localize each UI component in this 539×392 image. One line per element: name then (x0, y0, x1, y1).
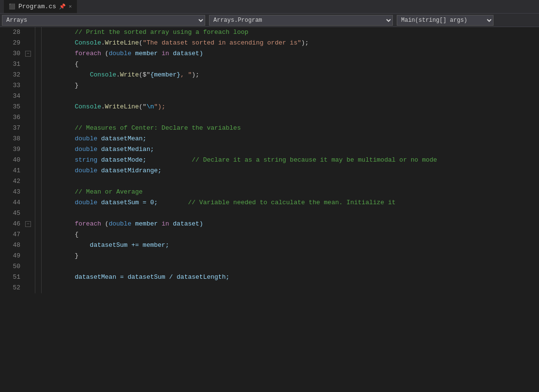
table-row: 36 (0, 112, 539, 123)
collapse-placeholder (24, 80, 32, 91)
code-token: ( (101, 220, 109, 227)
guide-line-1 (35, 155, 35, 166)
code-token: Console (75, 39, 101, 46)
collapse-placeholder (24, 102, 32, 112)
code-token (45, 188, 75, 196)
line-number: 35 (0, 102, 24, 112)
code-token (45, 167, 75, 174)
guide-line-1 (35, 166, 35, 176)
table-row: 37 // Measures of Center: Declare the va… (0, 123, 539, 134)
line-number: 29 (0, 38, 24, 48)
table-row: 51 datasetMean = datasetSum / datasetLen… (0, 272, 539, 283)
guide-line-2 (41, 283, 42, 293)
code-line: foreach (double member in dataset) (45, 219, 539, 229)
guide-line-1 (35, 102, 35, 112)
collapse-placeholder (24, 176, 32, 187)
code-line (45, 91, 539, 102)
code-line (45, 208, 539, 219)
table-row: 31 { (0, 59, 539, 70)
table-row: 38 double datasetMean; (0, 134, 539, 144)
guide-line-1 (35, 123, 35, 134)
collapse-button[interactable]: − (24, 48, 32, 59)
code-token (45, 220, 75, 227)
code-token: datasetSum += member; (45, 241, 169, 249)
code-line (45, 261, 539, 272)
collapse-placeholder (24, 134, 32, 144)
line-number: 48 (0, 240, 24, 251)
code-token: WriteLine (105, 39, 139, 46)
code-token: ( (139, 39, 143, 46)
guide-line-2 (41, 144, 42, 155)
code-token: // Print the sorted array using a foreac… (75, 29, 248, 36)
guide-line-2 (41, 59, 42, 70)
line-number: 36 (0, 112, 24, 123)
guide-line-2 (41, 102, 42, 112)
code-line: } (45, 251, 539, 261)
code-line: } (45, 80, 539, 91)
code-token: "The dataset sorted in ascending order i… (143, 39, 301, 46)
guide-line-2 (41, 134, 42, 144)
file-tab[interactable]: ⬛ Program.cs 📌 × (4, 0, 77, 13)
guide-line-1 (35, 134, 35, 144)
code-token: double (75, 135, 97, 142)
guide-line-1 (35, 187, 35, 197)
guide-line-1 (35, 48, 35, 59)
scope-dropdown[interactable]: Arrays (2, 15, 205, 26)
line-number: 49 (0, 251, 24, 261)
collapse-placeholder (24, 283, 32, 293)
tab-pin-icon[interactable]: 📌 (59, 3, 66, 10)
line-number: 37 (0, 123, 24, 134)
class-dropdown[interactable]: Arrays.Program (209, 15, 393, 26)
guide-line-2 (41, 91, 42, 102)
code-line (45, 112, 539, 123)
guide-line-2 (41, 197, 42, 208)
guide-line-2 (41, 251, 42, 261)
guide-line-2 (41, 219, 42, 229)
member-dropdown[interactable]: Main(string[] args) (397, 15, 494, 26)
guide-line-2 (41, 176, 42, 187)
table-row: 28 // Print the sorted array using a for… (0, 27, 539, 38)
collapse-placeholder (24, 261, 32, 272)
code-line: // Measures of Center: Declare the varia… (45, 123, 539, 134)
code-token: datasetMean = datasetSum / datasetLength… (45, 273, 229, 281)
tab-close-icon[interactable]: × (69, 4, 72, 10)
guide-line-1 (35, 229, 35, 240)
guide-line-1 (35, 240, 35, 251)
collapse-button[interactable]: − (24, 219, 32, 229)
code-token: // Declare it as a string because it may… (192, 156, 437, 164)
code-token: member (131, 50, 161, 57)
table-row: 48 datasetSum += member; (0, 240, 539, 251)
collapse-placeholder (24, 144, 32, 155)
code-token: datasetMedian; (97, 146, 154, 153)
table-row: 45 (0, 208, 539, 219)
code-line: { (45, 229, 539, 240)
table-row: 40 string datasetMode; // Declare it as … (0, 155, 539, 166)
code-token: WriteLine (105, 103, 139, 110)
line-number: 31 (0, 59, 24, 70)
code-line: double datasetSum = 0; // Variable neede… (45, 197, 539, 208)
line-number: 34 (0, 91, 24, 102)
collapse-placeholder (24, 112, 32, 123)
guide-line-1 (35, 144, 35, 155)
code-token: ); (192, 71, 199, 78)
table-row: 41 double datasetMidrange; (0, 166, 539, 176)
code-line: // Print the sorted array using a foreac… (45, 27, 539, 38)
collapse-placeholder (24, 197, 32, 208)
line-number: 52 (0, 283, 24, 293)
line-number: 32 (0, 70, 24, 80)
table-row: 34 (0, 91, 539, 102)
code-token: Console (90, 71, 117, 78)
guide-line-1 (35, 261, 35, 272)
table-row: 47 { (0, 229, 539, 240)
code-line: datasetSum += member; (45, 240, 539, 251)
guide-line-2 (41, 166, 42, 176)
line-number: 51 (0, 272, 24, 283)
code-line: Console.WriteLine("\n"); (45, 102, 539, 112)
toolbar: Arrays Arrays.Program Main(string[] args… (0, 14, 539, 27)
table-row: 39 double datasetMedian; (0, 144, 539, 155)
code-token: dataset) (169, 220, 203, 227)
code-token: {member} (150, 71, 180, 78)
code-token: string (75, 156, 97, 164)
collapse-placeholder (24, 59, 32, 70)
code-line (45, 176, 539, 187)
